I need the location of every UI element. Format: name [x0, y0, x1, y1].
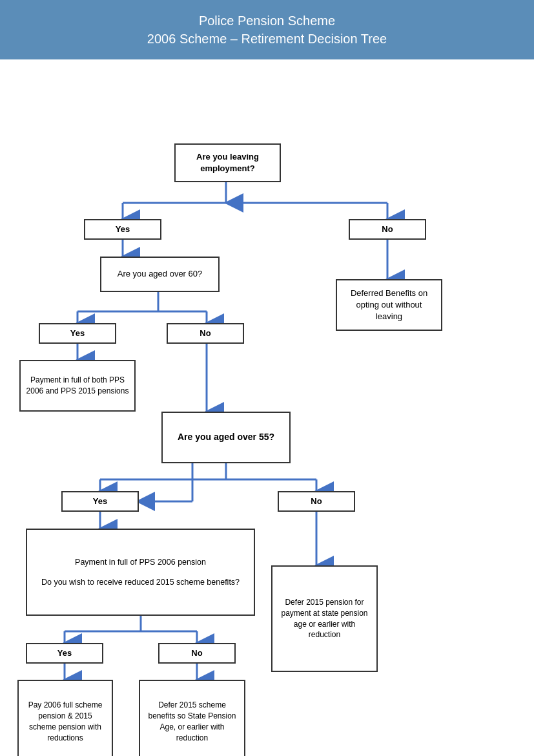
no2-box: No	[167, 323, 244, 344]
yes1-box: Yes	[84, 219, 161, 240]
payment-2006-reduced-box: Payment in full of PPS 2006 pension Do y…	[26, 529, 255, 616]
diagram: Are you leaving employment? Yes No Are y…	[0, 59, 534, 756]
yes2-box: Yes	[39, 323, 116, 344]
aged55-box: Are you aged over 55?	[161, 412, 291, 463]
header: Police Pension Scheme 2006 Scheme – Reti…	[0, 0, 534, 59]
no1-box: No	[349, 219, 426, 240]
aged60-box: Are you aged over 60?	[100, 257, 220, 292]
start-box: Are you leaving employment?	[174, 143, 281, 182]
no3-box: No	[278, 491, 355, 512]
payment-full-both-box: Payment in full of both PPS 2006 and PPS…	[19, 360, 136, 412]
yes4-box: Yes	[26, 643, 103, 664]
no4-box: No	[158, 643, 236, 664]
header-line1: Police Pension Scheme	[13, 12, 521, 30]
yes3-box: Yes	[61, 491, 139, 512]
defer-2015-no-leave-box: Defer 2015 pension for payment at state …	[271, 565, 378, 672]
deferred-no-leave-box: Deferred Benefits on opting out without …	[336, 279, 442, 331]
defer-2015-state-box: Defer 2015 scheme benefits so State Pens…	[139, 680, 245, 756]
header-line2: 2006 Scheme – Retirement Decision Tree	[13, 30, 521, 48]
pay-2006-2015-box: Pay 2006 full scheme pension & 2015 sche…	[17, 680, 113, 756]
